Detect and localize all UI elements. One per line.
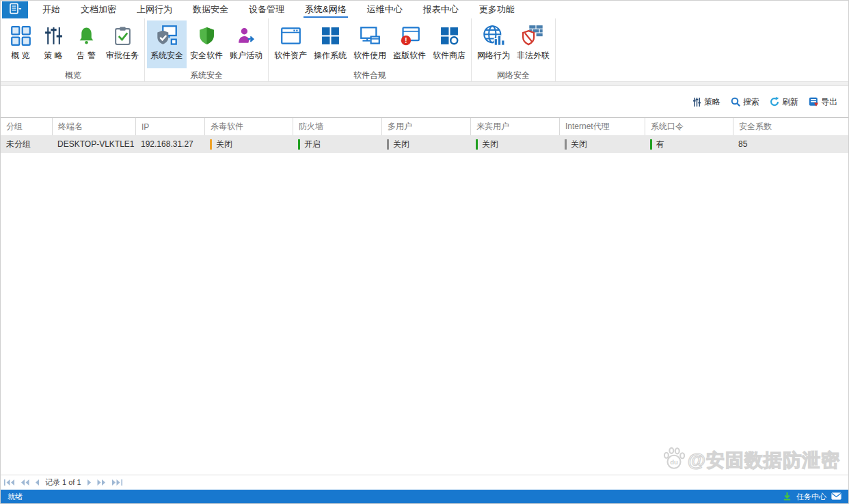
tab-document-encryption[interactable]: 文档加密 xyxy=(70,1,126,18)
policy-label: 策 略 xyxy=(44,50,62,61)
mail-icon[interactable] xyxy=(831,492,841,501)
account-activity-label: 账户活动 xyxy=(230,50,262,61)
column-header[interactable]: Internet代理 xyxy=(559,118,645,135)
overview-grid-icon xyxy=(9,24,32,47)
pirated-software-label: 盗版软件 xyxy=(393,50,426,61)
tab-device-management[interactable]: 设备管理 xyxy=(239,1,295,18)
cell-text: 未分组 xyxy=(6,139,31,150)
app-window-icon xyxy=(279,24,302,47)
cell-text: 有 xyxy=(656,139,664,150)
column-header[interactable]: 终端名 xyxy=(52,118,135,135)
pager-fast-forward-button[interactable] xyxy=(97,479,106,486)
approval-tasks-button[interactable]: 审批任务 xyxy=(103,20,142,68)
tab-web-behavior[interactable]: 上网行为 xyxy=(126,1,183,18)
tab-data-security[interactable]: 数据安全 xyxy=(183,1,239,18)
table-cell: 关闭 xyxy=(470,135,559,153)
clipboard-check-icon xyxy=(111,24,134,47)
column-header[interactable]: 安全系数 xyxy=(733,118,848,135)
software-assets-label: 软件资产 xyxy=(274,50,307,61)
pagination-bar: 记录 1 of 1 xyxy=(1,475,848,490)
system-security-button[interactable]: 系统安全 xyxy=(147,20,187,68)
application-window: 开始文档加密上网行为数据安全设备管理系统&网络运维中心报表中心更多功能 概 览策… xyxy=(0,0,849,504)
status-indicator-bar xyxy=(476,139,478,150)
svg-text:du: du xyxy=(670,458,678,466)
approval-tasks-label: 审批任务 xyxy=(106,50,139,61)
app-menu-button[interactable] xyxy=(2,1,28,18)
software-usage-button[interactable]: 软件使用 xyxy=(350,20,390,68)
tab-report-center[interactable]: 报表中心 xyxy=(413,1,469,18)
pager-record-text: 记录 1 of 1 xyxy=(45,477,81,488)
software-usage-label: 软件使用 xyxy=(353,50,386,61)
ribbon-group: 软件资产操作系统软件使用!盗版软件软件商店软件合规 xyxy=(269,18,472,81)
tab-more-features[interactable]: 更多功能 xyxy=(469,1,525,18)
policy-label: 策略 xyxy=(704,96,720,108)
status-indicator-bar xyxy=(298,139,300,150)
export-button[interactable]: 导出 xyxy=(809,96,837,108)
software-store-button[interactable]: 软件商店 xyxy=(429,20,469,68)
status-bar: 就绪 任务中心 xyxy=(1,490,848,503)
software-assets-button[interactable]: 软件资产 xyxy=(271,20,310,68)
tab-bar: 开始文档加密上网行为数据安全设备管理系统&网络运维中心报表中心更多功能 xyxy=(32,1,525,18)
task-center-button[interactable]: 任务中心 xyxy=(796,492,826,502)
pirated-software-button[interactable]: !盗版软件 xyxy=(390,20,429,68)
pager-last-button[interactable] xyxy=(111,479,122,486)
pager-fast-back-button[interactable] xyxy=(21,479,29,486)
cell-text: 关闭 xyxy=(482,139,498,150)
export-label: 导出 xyxy=(821,96,837,108)
firewall-shield-icon xyxy=(522,24,545,47)
search-button[interactable]: 搜索 xyxy=(731,96,759,108)
tab-system-network[interactable]: 系统&网络 xyxy=(295,1,357,18)
policy-button[interactable]: 策略 xyxy=(692,96,720,108)
alerts-label: 告 警 xyxy=(77,50,95,61)
table-row[interactable]: 未分组DESKTOP-VLKTLE1192.168.31.27关闭开启关闭关闭关… xyxy=(1,135,848,154)
ribbon-group: 系统安全安全软件账户活动系统安全 xyxy=(145,18,269,81)
table-cell: 有 xyxy=(645,135,733,153)
cell-text: 关闭 xyxy=(393,139,409,150)
network-behavior-button[interactable]: 网络行为 xyxy=(474,20,513,68)
pager-next-button[interactable] xyxy=(87,479,92,486)
cell-text: 85 xyxy=(738,139,747,149)
tab-start[interactable]: 开始 xyxy=(32,1,70,18)
window-alert-icon: ! xyxy=(398,24,421,47)
shield-green-icon xyxy=(195,24,218,47)
svg-text:!: ! xyxy=(405,36,407,44)
pager-first-button[interactable] xyxy=(4,479,15,486)
security-software-button[interactable]: 安全软件 xyxy=(187,20,226,68)
table-body: 未分组DESKTOP-VLKTLE1192.168.31.27关闭开启关闭关闭关… xyxy=(1,135,848,154)
refresh-button[interactable]: 刷新 xyxy=(770,96,798,108)
ribbon-divider xyxy=(1,81,848,86)
column-header[interactable]: 防火墙 xyxy=(293,118,381,135)
pager-prev-button[interactable] xyxy=(35,479,40,486)
app-menu-icon xyxy=(8,3,22,18)
column-header[interactable]: 分组 xyxy=(1,118,52,135)
column-header[interactable]: 来宾用户 xyxy=(470,118,559,135)
cell-text: 开启 xyxy=(304,139,321,150)
operating-system-label: 操作系统 xyxy=(314,50,347,61)
table-cell: 关闭 xyxy=(559,135,645,153)
policy-button[interactable]: 策 略 xyxy=(37,20,70,68)
tab-ops-center[interactable]: 运维中心 xyxy=(357,1,413,18)
software-store-label: 软件商店 xyxy=(433,50,466,61)
content-area: du @安固数据防泄密 xyxy=(1,154,848,475)
system-security-label: 系统安全 xyxy=(150,50,183,61)
table-cell: 关闭 xyxy=(204,135,293,153)
cell-text: 关闭 xyxy=(216,139,232,150)
operating-system-button[interactable]: 操作系统 xyxy=(310,20,350,68)
account-activity-button[interactable]: 账户活动 xyxy=(226,20,266,68)
status-indicator-bar xyxy=(650,139,652,150)
column-header[interactable]: 杀毒软件 xyxy=(204,118,293,135)
search-label: 搜索 xyxy=(743,96,759,108)
table-cell: 85 xyxy=(733,135,848,153)
status-indicator-bar xyxy=(210,139,212,150)
column-header[interactable]: 系统口令 xyxy=(645,118,733,135)
overview-label: 概 览 xyxy=(11,50,29,61)
column-header[interactable]: IP xyxy=(135,118,204,135)
bell-icon xyxy=(75,24,98,47)
overview-button[interactable]: 概 览 xyxy=(4,20,37,68)
ribbon-group: 概 览策 略告 警审批任务概览 xyxy=(2,18,145,81)
alerts-button[interactable]: 告 警 xyxy=(70,20,103,68)
column-header[interactable]: 多用户 xyxy=(381,118,470,135)
illegal-outreach-button[interactable]: 非法外联 xyxy=(513,20,553,68)
ribbon: 概 览策 略告 警审批任务概览系统安全安全软件账户活动系统安全软件资产操作系统软… xyxy=(1,18,848,81)
status-ready-text: 就绪 xyxy=(8,492,23,502)
